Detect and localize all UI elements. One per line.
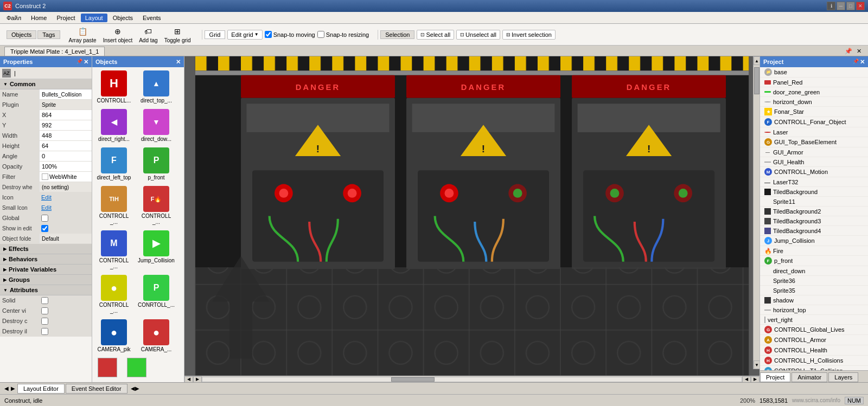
proj-shadow[interactable]: shadow bbox=[760, 295, 868, 305]
proj-sprite35[interactable]: Sprite35 bbox=[760, 286, 868, 295]
menu-file[interactable]: Файл bbox=[2, 14, 25, 22]
project-pin-icon[interactable]: 📌 bbox=[853, 59, 859, 66]
obj-direct-top[interactable]: ▲ direct_top_... bbox=[137, 69, 176, 105]
obj-direct-down[interactable]: ▼ direct_dow... bbox=[137, 108, 176, 143]
proj-tab-layers[interactable]: Layers bbox=[828, 372, 858, 382]
minimize-button[interactable]: ─ bbox=[837, 2, 845, 10]
select-all-button[interactable]: ⊡ Select all bbox=[417, 30, 454, 40]
proj-controll-global-lives[interactable]: G CONTROLL_Global_Lives bbox=[760, 325, 868, 335]
canvas-hscroll-track[interactable] bbox=[202, 377, 742, 382]
obj-p-front[interactable]: P p_front bbox=[137, 146, 176, 182]
proj-controll-motion[interactable]: M CONTROLL_Motion bbox=[760, 167, 868, 177]
toggle-grid-button[interactable]: ⊞ Toggle grid bbox=[162, 25, 193, 44]
info-button[interactable]: ℹ bbox=[827, 2, 835, 10]
tab-tags[interactable]: Tags bbox=[37, 30, 60, 39]
groups-section-header[interactable]: ▶ Groups bbox=[0, 275, 92, 285]
effects-section-header[interactable]: ▶ Effects bbox=[0, 244, 92, 254]
canvas-pg-right-btn[interactable]: ▶ bbox=[751, 376, 760, 383]
editor-tab-main[interactable]: Tripple Metal Plate : 4_Level_1_1 bbox=[4, 47, 105, 56]
add-tag-button[interactable]: 🏷 Add tag bbox=[137, 25, 159, 44]
obj-direct-left[interactable]: F direct_left_top bbox=[94, 146, 133, 182]
obj-conrtoll-green[interactable]: P CONRTOLL_... bbox=[137, 274, 176, 315]
proj-tiled-bg[interactable]: TiledBackground bbox=[760, 187, 868, 197]
tab-grid[interactable]: Grid bbox=[205, 30, 226, 39]
obj-controll-h[interactable]: H CONTROLL... bbox=[94, 69, 133, 105]
properties-pin-icon[interactable]: 📌 bbox=[76, 59, 82, 66]
proj-fonar-star[interactable]: ★ Fonar_Star bbox=[760, 107, 868, 117]
obj-controll-m[interactable]: M CONTROLL_... bbox=[94, 229, 133, 270]
proj-vert-right[interactable]: vert_right bbox=[760, 315, 868, 325]
invert-selection-button[interactable]: ⊟ Invert selection bbox=[502, 30, 556, 40]
proj-gui-armor[interactable]: — GUI_Armor bbox=[760, 147, 868, 157]
props-sort-icon[interactable]: AZ bbox=[2, 69, 11, 78]
proj-controll-armor[interactable]: A CONTROLL_Armor bbox=[760, 335, 868, 345]
proj-gui-top[interactable]: G GUI_Top_BaseElement bbox=[760, 137, 868, 147]
global-checkbox[interactable] bbox=[41, 215, 48, 222]
window-controls[interactable]: ℹ ─ □ ✕ bbox=[827, 2, 865, 10]
proj-direct-down[interactable]: direct_down bbox=[760, 266, 868, 276]
proj-controll-fonar[interactable]: F CONTROLL_Fonar_Object bbox=[760, 117, 868, 127]
proj-sprite11[interactable]: Sprite11 bbox=[760, 197, 868, 207]
layout-editor-tab[interactable]: Layout Editor bbox=[17, 384, 65, 394]
menu-home[interactable]: Home bbox=[27, 14, 51, 22]
obj-controll-fire[interactable]: F🔥 CONTROLL_... bbox=[137, 185, 176, 226]
proj-p-front[interactable]: F p_front bbox=[760, 256, 868, 266]
snap-moving-check[interactable]: Snap-to moving bbox=[265, 31, 315, 38]
canvas-vscroll-thumb[interactable] bbox=[754, 67, 760, 94]
close-button[interactable]: ✕ bbox=[856, 2, 865, 10]
menu-objects[interactable]: Objects bbox=[108, 14, 137, 22]
obj-camera-pik[interactable]: ● CAMERA_pik bbox=[94, 318, 133, 353]
proj-controll-t1[interactable]: T CONTROLL_T1_Collision bbox=[760, 366, 868, 370]
obj-direct-right[interactable]: ◀ direct_right... bbox=[94, 108, 133, 143]
unselect-all-button[interactable]: ⊡ Unselect all bbox=[456, 30, 500, 40]
tab-nav-back-icon[interactable]: ◀ bbox=[131, 385, 135, 391]
canvas-scrollbar-v[interactable]: ▲ ▼ bbox=[753, 56, 760, 369]
obj-controll-tih[interactable]: TIH CONTROLL_... bbox=[94, 185, 133, 226]
proj-laser-t32[interactable]: — LaserT32 bbox=[760, 177, 868, 187]
insert-object-button[interactable]: ⊕ Insert object bbox=[101, 25, 135, 44]
proj-door-zone[interactable]: door_zone_green bbox=[760, 87, 868, 97]
proj-tiled-bg4[interactable]: TiledBackground4 bbox=[760, 226, 868, 236]
panel-close-button[interactable]: ✕ bbox=[854, 47, 864, 56]
proj-gui-health[interactable]: GUI_Health bbox=[760, 157, 868, 167]
objects-panel-close-icon[interactable]: ✕ bbox=[176, 59, 181, 66]
canvas-hscroll-thumb[interactable] bbox=[391, 377, 435, 382]
canvas-scroll-up-btn[interactable]: ▲ bbox=[754, 56, 760, 65]
canvas-scroll-right-btn[interactable]: ▶ bbox=[193, 376, 202, 383]
proj-horizont-down[interactable]: horizont_down bbox=[760, 97, 868, 107]
proj-panel-red[interactable]: Panel_Red bbox=[760, 78, 868, 87]
menu-events[interactable]: Events bbox=[138, 14, 165, 22]
canvas-viewport[interactable]: DANGER DANGER DANGER ! bbox=[184, 56, 760, 376]
snap-resizing-check[interactable]: Snap-to resizing bbox=[317, 31, 369, 38]
proj-fire[interactable]: 🔥 Fire bbox=[760, 246, 868, 256]
edit-grid-button[interactable]: Edit grid ▼ bbox=[227, 30, 262, 40]
menu-layout[interactable]: Layout bbox=[81, 14, 107, 22]
props-filter-icon[interactable]: | bbox=[12, 70, 18, 76]
behaviors-section-header[interactable]: ▶ Behaviors bbox=[0, 254, 92, 265]
proj-sprite36[interactable]: Sprite36 bbox=[760, 276, 868, 286]
destroy-il-checkbox[interactable] bbox=[41, 328, 48, 335]
show-in-edit-checkbox[interactable] bbox=[41, 225, 48, 232]
menu-project[interactable]: Project bbox=[52, 14, 79, 22]
common-section-header[interactable]: ▼ Common bbox=[0, 79, 92, 89]
attributes-section-header[interactable]: ▼ Attributes bbox=[0, 285, 92, 295]
tab-selection[interactable]: Selection bbox=[380, 30, 414, 39]
obj-red-square[interactable] bbox=[94, 357, 120, 379]
center-vi-checkbox[interactable] bbox=[41, 307, 48, 314]
proj-tiled-bg3[interactable]: TiledBackground3 bbox=[760, 216, 868, 226]
private-vars-section-header[interactable]: ▶ Private Variables bbox=[0, 265, 92, 275]
tab-objects[interactable]: Objects bbox=[7, 30, 36, 39]
obj-green-square[interactable] bbox=[124, 357, 150, 379]
small-icon-edit-link[interactable]: Edit bbox=[41, 204, 52, 211]
project-close-icon[interactable]: ✕ bbox=[860, 59, 865, 66]
event-sheet-editor-tab[interactable]: Event Sheet Editor bbox=[66, 384, 127, 394]
tab-arrow-right-icon[interactable]: ▶ bbox=[11, 385, 15, 391]
tab-nav-forward-icon[interactable]: ▶ bbox=[135, 385, 139, 391]
solid-checkbox[interactable] bbox=[41, 297, 48, 304]
canvas-content[interactable]: DANGER DANGER DANGER ! bbox=[184, 56, 760, 376]
array-paste-button[interactable]: 📋 Array paste bbox=[67, 25, 99, 44]
proj-tiled-bg2[interactable]: TiledBackground2 bbox=[760, 207, 868, 216]
tab-arrow-left-icon[interactable]: ◀ bbox=[4, 385, 9, 391]
proj-controll-health[interactable]: H CONTROLL_Health bbox=[760, 345, 868, 356]
obj-controll-yellow[interactable]: ● CONTROLL_... bbox=[94, 274, 133, 315]
